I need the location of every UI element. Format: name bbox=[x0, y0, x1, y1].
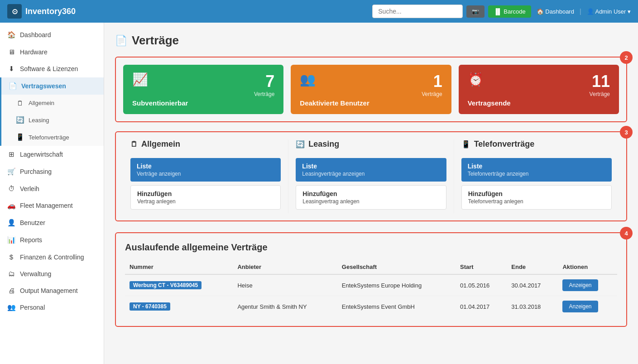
col-start: Start bbox=[456, 260, 507, 274]
cell-gesellschaft-1: EntekSystems Event GmbH bbox=[337, 296, 456, 317]
allgemein-add-sub: Vertrag anlegen bbox=[137, 198, 274, 205]
contract-section-telefonvertraege: 📱 Telefonverträge Liste Telefonverträge … bbox=[454, 139, 619, 213]
expiring-table-header-row: Nummer Anbieter Gesellschaft Start Ende … bbox=[125, 260, 617, 274]
stat-card-vertragsende[interactable]: ⏰ 11 Verträge Vertragsende bbox=[459, 65, 619, 114]
sidebar-item-purchasing[interactable]: 🛒 Purchasing bbox=[0, 163, 104, 180]
allgemein-icon: 🗒 bbox=[16, 99, 24, 107]
sidebar-submenu-vertragswesen: 🗒 Allgemein 🔄 Leasing 📱 Telefonverträge bbox=[0, 95, 104, 146]
telefonvertraege-list-card[interactable]: Liste Telefonverträge anzeigen bbox=[461, 158, 612, 182]
page-title-area: 📄 Verträge bbox=[115, 34, 627, 48]
leasing-list-card[interactable]: Liste Leasingverträge anzeigen bbox=[296, 158, 446, 182]
dashboard-nav-button[interactable]: 🏠 Dashboard bbox=[537, 8, 574, 15]
sidebar-item-lagerwirtschaft[interactable]: ⊞ Lagerwirtschaft bbox=[0, 146, 104, 163]
barcode-button[interactable]: ▐▌ Barcode bbox=[488, 5, 531, 18]
sidebar-item-leasing[interactable]: 🔄 Leasing bbox=[1, 111, 104, 129]
stat-card-subventionierbar[interactable]: 📈 7 Verträge Subventionierbar bbox=[123, 65, 283, 114]
sidebar-label-fleet: Fleet Management bbox=[20, 202, 73, 209]
contract-section-leasing: 🔄 Leasing Liste Leasingverträge anzeigen… bbox=[288, 139, 454, 213]
clock-icon: ⏰ bbox=[468, 72, 484, 87]
sidebar-label-leasing: Leasing bbox=[29, 117, 49, 124]
sidebar-label-lagerwirtschaft: Lagerwirtschaft bbox=[20, 151, 63, 158]
brand-title: Inventory360 bbox=[25, 7, 76, 16]
section-name-leasing: Leasing bbox=[308, 139, 339, 149]
search-input[interactable] bbox=[372, 5, 463, 18]
col-anbieter: Anbieter bbox=[233, 260, 337, 274]
cell-aktionen-1: Anzeigen bbox=[558, 296, 617, 317]
vertragswesen-icon: 📄 bbox=[9, 82, 17, 90]
output-icon: 🖨 bbox=[7, 287, 15, 294]
stat-label-subventionierbar: Subventionierbar bbox=[132, 99, 274, 107]
sidebar-item-software[interactable]: ⬇ Software & Lizenzen bbox=[0, 60, 104, 77]
sidebar-label-verleih: Verleih bbox=[20, 185, 39, 192]
sidebar-item-allgemein[interactable]: 🗒 Allgemein bbox=[1, 95, 104, 111]
telefonvertraege-add-title: Hinzufügen bbox=[468, 190, 605, 197]
brand: ⊙ Inventory360 bbox=[7, 4, 367, 19]
cell-ende-0: 30.04.2017 bbox=[507, 274, 558, 296]
section-title-leasing: 🔄 Leasing bbox=[296, 139, 446, 153]
benutzer-icon: 👤 bbox=[7, 219, 15, 227]
stat-card-top-orange: 👥 1 Verträge bbox=[300, 72, 442, 97]
stat-card-deaktivierte[interactable]: 👥 1 Verträge Deaktivierte Benutzer bbox=[291, 65, 451, 114]
sidebar-item-personal[interactable]: 👥 Personal bbox=[0, 299, 104, 316]
stat-count-vertragsende: 11 bbox=[590, 72, 610, 91]
main-content: 📄 Verträge 2 📈 7 Verträge Subventionierb… bbox=[104, 23, 638, 364]
stat-card-top-red: ⏰ 11 Verträge bbox=[468, 72, 610, 97]
search-area: 📷 ▐▌ Barcode bbox=[372, 5, 531, 18]
user-menu-button[interactable]: 👤 Admin User ▾ bbox=[587, 8, 631, 15]
verwaltung-icon: 🗂 bbox=[7, 270, 15, 278]
sidebar-item-verwaltung[interactable]: 🗂 Verwaltung bbox=[0, 265, 104, 282]
table-row: Werbung CT - V63489045 Heise EntekSystem… bbox=[125, 274, 617, 296]
anzeigen-button-0[interactable]: Anzeigen bbox=[562, 279, 598, 291]
allgemein-list-card[interactable]: Liste Verträge anzeigen bbox=[130, 158, 281, 182]
sidebar-item-finanzen[interactable]: $ Finanzen & Controlling bbox=[0, 249, 104, 265]
page-title-icon: 📄 bbox=[115, 35, 127, 47]
sidebar-item-dashboard[interactable]: 🏠 Dashboard bbox=[0, 26, 104, 43]
contract-tag-1[interactable]: NY - 6740385 bbox=[130, 302, 170, 311]
logo-icon: ⊙ bbox=[7, 4, 22, 19]
cell-start-0: 01.05.2016 bbox=[456, 274, 507, 296]
sidebar-item-telefonvertraege[interactable]: 📱 Telefonverträge bbox=[1, 129, 104, 146]
sidebar-label-verwaltung: Verwaltung bbox=[20, 270, 51, 278]
badge-2: 2 bbox=[620, 51, 633, 64]
anzeigen-button-1[interactable]: Anzeigen bbox=[562, 301, 598, 312]
sidebar-label-reports: Reports bbox=[20, 236, 42, 244]
dashboard-icon: 🏠 bbox=[7, 31, 15, 39]
trend-up-icon: 📈 bbox=[132, 72, 148, 87]
hardware-icon: 🖥 bbox=[7, 48, 15, 56]
expiring-table-body: Werbung CT - V63489045 Heise EntekSystem… bbox=[125, 274, 617, 317]
layout: 🏠 Dashboard 🖥 Hardware ⬇ Software & Lize… bbox=[0, 23, 638, 364]
leasing-list-title: Liste bbox=[302, 163, 440, 170]
allgemein-add-card[interactable]: Hinzufügen Vertrag anlegen bbox=[130, 185, 281, 210]
cell-start-1: 01.04.2017 bbox=[456, 296, 507, 317]
stat-sublabel-subventionierbar: Verträge bbox=[254, 91, 274, 97]
finanzen-icon: $ bbox=[7, 253, 15, 261]
sidebar-label-purchasing: Purchasing bbox=[20, 168, 52, 175]
sidebar-label-output: Output Management bbox=[20, 287, 78, 294]
contract-tag-0[interactable]: Werbung CT - V63489045 bbox=[130, 281, 201, 289]
allgemein-list-title: Liste bbox=[137, 163, 274, 170]
telefonvertraege-add-card[interactable]: Hinzufügen Telefonvertrag anlegen bbox=[461, 185, 612, 210]
sidebar-label-hardware: Hardware bbox=[20, 48, 48, 56]
allgemein-list-sub: Verträge anzeigen bbox=[137, 171, 274, 177]
leasing-section-icon: 🔄 bbox=[296, 140, 305, 148]
personal-icon: 👥 bbox=[7, 303, 15, 311]
stat-label-deaktivierte: Deaktivierte Benutzer bbox=[300, 99, 442, 107]
sidebar-item-vertragswesen[interactable]: 📄 Vertragswesen bbox=[0, 77, 104, 95]
sidebar-label-software: Software & Lizenzen bbox=[20, 65, 78, 72]
stat-card-number-area: 7 Verträge bbox=[254, 72, 274, 97]
contract-sections-container: 3 🗒 Allgemein Liste Verträge anzeigen Hi… bbox=[115, 131, 627, 221]
sidebar-label-allgemein: Allgemein bbox=[29, 100, 54, 106]
sidebar-item-fleet[interactable]: 🚗 Fleet Management bbox=[0, 197, 104, 214]
cell-gesellschaft-0: EntekSystems Europe Holding bbox=[337, 274, 456, 296]
sidebar-item-reports[interactable]: 📊 Reports bbox=[0, 231, 104, 249]
sidebar-item-hardware[interactable]: 🖥 Hardware bbox=[0, 43, 104, 60]
sidebar-item-verleih[interactable]: ⏱ Verleih bbox=[0, 180, 104, 197]
sidebar-item-output[interactable]: 🖨 Output Management bbox=[0, 282, 104, 299]
topnav: ⊙ Inventory360 📷 ▐▌ Barcode 🏠 Dashboard … bbox=[0, 0, 638, 23]
sidebar-item-benutzer[interactable]: 👤 Benutzer bbox=[0, 214, 104, 231]
telefonvertraege-add-sub: Telefonvertrag anlegen bbox=[468, 198, 605, 205]
sidebar-label-dashboard: Dashboard bbox=[20, 31, 51, 38]
badge-3: 3 bbox=[620, 126, 633, 139]
camera-button[interactable]: 📷 bbox=[466, 5, 484, 18]
leasing-add-card[interactable]: Hinzufügen Leasingvertrag anlegen bbox=[296, 185, 446, 210]
